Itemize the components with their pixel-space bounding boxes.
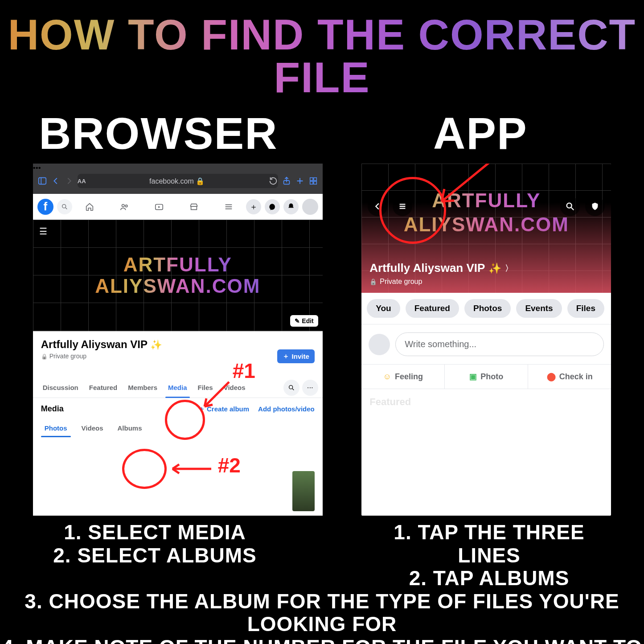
edit-cover-button[interactable]: ✎ Edit	[290, 315, 318, 327]
chip-featured[interactable]: Featured	[406, 299, 459, 318]
app-back-button[interactable]	[368, 197, 387, 216]
svg-point-9	[122, 204, 124, 207]
share-icon[interactable]	[282, 176, 291, 186]
chip-files[interactable]: Files	[567, 299, 604, 318]
column-heading-browser: BROWSER	[39, 108, 278, 159]
svg-rect-0	[39, 178, 46, 185]
back-icon[interactable]	[51, 176, 61, 186]
compose-input[interactable]: Write something...	[395, 332, 604, 356]
smile-icon: ☺	[383, 372, 391, 381]
svg-point-10	[125, 205, 127, 207]
instruction-app-1: 1. TAP THE THREE LINES	[365, 521, 614, 567]
tabs-icon[interactable]	[308, 176, 318, 186]
address-bar[interactable]: AA facebook.com 🔒	[78, 174, 278, 188]
group-header: Artfully Aliyswan VIP Private group ＋ In…	[33, 331, 323, 363]
groups-icon[interactable]	[119, 202, 129, 212]
svg-line-8	[66, 208, 67, 209]
notifications-button[interactable]	[283, 199, 299, 214]
app-chips: You Featured Photos Events Files	[361, 293, 611, 324]
marketplace-icon[interactable]	[189, 202, 199, 212]
lock-icon	[369, 278, 377, 286]
instruction-shared-4: 4. MAKE NOTE OF THE NUMBER FOR THE FILE …	[0, 636, 644, 644]
featured-section-label: Featured	[361, 389, 611, 415]
subtab-videos[interactable]: Videos	[78, 420, 107, 436]
tab-members[interactable]: Members	[123, 377, 163, 398]
subtab-albums[interactable]: Albums	[114, 420, 146, 436]
search-button[interactable]	[57, 199, 72, 214]
action-photo[interactable]: ▣Photo	[445, 365, 528, 389]
cover-text-line2: ALIYSWAN.COM	[95, 275, 260, 297]
facebook-header: f ＋	[33, 194, 323, 220]
app-cover: ARTFULLY ALIYSWAN.COM Artfully Aliyswan …	[361, 164, 611, 293]
svg-line-16	[292, 389, 294, 390]
media-heading: Media	[41, 404, 64, 414]
menu-icon[interactable]	[224, 202, 234, 212]
page-title: HOW TO FIND THE CORRECT FILE	[0, 13, 644, 99]
home-icon[interactable]	[85, 202, 94, 212]
compose-avatar[interactable]	[369, 334, 390, 355]
compose-row: Write something...	[361, 324, 611, 364]
tab-videos[interactable]: Videos	[218, 377, 251, 398]
column-heading-app: APP	[356, 108, 605, 159]
app-shield-button[interactable]	[585, 197, 605, 216]
svg-rect-5	[310, 181, 312, 184]
compose-actions: ☺Feeling ▣Photo ⬤Check in	[361, 364, 611, 389]
svg-rect-4	[314, 178, 316, 180]
browser-screenshot: ••• AA facebook.com 🔒 f	[33, 164, 323, 516]
svg-line-23	[571, 208, 574, 210]
instruction-browser-1: 1. SELECT MEDIA	[30, 521, 280, 544]
subtab-photos[interactable]: Photos	[41, 420, 71, 436]
tab-featured[interactable]: Featured	[84, 377, 123, 398]
plus-icon: ＋	[283, 352, 289, 361]
invite-button[interactable]: ＋ Invite	[277, 349, 315, 363]
svg-point-15	[289, 385, 292, 389]
more-tabs-button[interactable]: ···	[302, 380, 318, 396]
photo-thumbnail[interactable]	[292, 471, 315, 511]
group-cover: ☰ ARTFULLY ALIYSWAN.COM ✎ Edit	[33, 220, 323, 331]
annotation-arrow-2	[169, 462, 213, 476]
svg-point-7	[62, 204, 66, 208]
reload-icon[interactable]	[268, 176, 278, 186]
profile-avatar[interactable]	[302, 199, 318, 215]
chip-photos[interactable]: Photos	[464, 299, 511, 318]
add-photos-link[interactable]: Add photos/video	[258, 405, 315, 413]
action-feeling[interactable]: ☺Feeling	[361, 365, 445, 389]
url-text: facebook.com 🔒	[89, 177, 266, 185]
chip-you[interactable]: You	[367, 299, 400, 318]
action-checkin[interactable]: ⬤Check in	[528, 365, 611, 389]
cover-menu-icon[interactable]: ☰	[39, 226, 47, 237]
group-privacy: Private group	[41, 353, 315, 360]
svg-rect-3	[310, 178, 312, 180]
plus-icon: ＋	[198, 405, 205, 413]
svg-point-22	[567, 203, 572, 208]
lock-icon: 🔒	[196, 177, 205, 185]
app-group-title[interactable]: Artfully Aliyswan VIP 〉	[369, 261, 603, 275]
create-album-link[interactable]: ＋Create album	[198, 405, 249, 413]
cover-text-line1: ARTFULLY	[123, 254, 232, 275]
app-search-button[interactable]	[560, 197, 580, 216]
tab-files[interactable]: Files	[193, 377, 218, 398]
sparkle-icon	[150, 338, 162, 351]
text-size-control[interactable]: AA	[78, 178, 86, 185]
watch-icon[interactable]	[154, 202, 164, 212]
tab-media[interactable]: Media	[163, 377, 193, 398]
facebook-logo[interactable]: f	[37, 199, 53, 215]
sidebar-icon[interactable]	[37, 176, 47, 186]
create-button[interactable]: ＋	[246, 199, 261, 214]
messenger-button[interactable]	[265, 199, 280, 214]
pin-icon: ⬤	[547, 372, 556, 381]
sparkle-icon	[488, 261, 501, 275]
group-tabs: Discussion Featured Members Media Files …	[33, 377, 323, 398]
media-section: Media ＋Create album Add photos/video Pho…	[33, 398, 323, 443]
annotation-circle-2	[122, 449, 167, 489]
lock-icon	[41, 353, 48, 360]
edit-cover-label: Edit	[302, 317, 313, 324]
instruction-browser-2: 2. SELECT ALBUMS	[30, 544, 280, 567]
search-tabs-button[interactable]	[283, 380, 299, 396]
new-tab-icon[interactable]	[295, 176, 305, 186]
instruction-app-2: 2. TAP ALBUMS	[365, 567, 614, 590]
chip-events[interactable]: Events	[516, 299, 562, 318]
app-menu-button[interactable]	[393, 197, 412, 216]
tab-discussion[interactable]: Discussion	[37, 377, 84, 398]
photo-icon: ▣	[469, 372, 477, 381]
